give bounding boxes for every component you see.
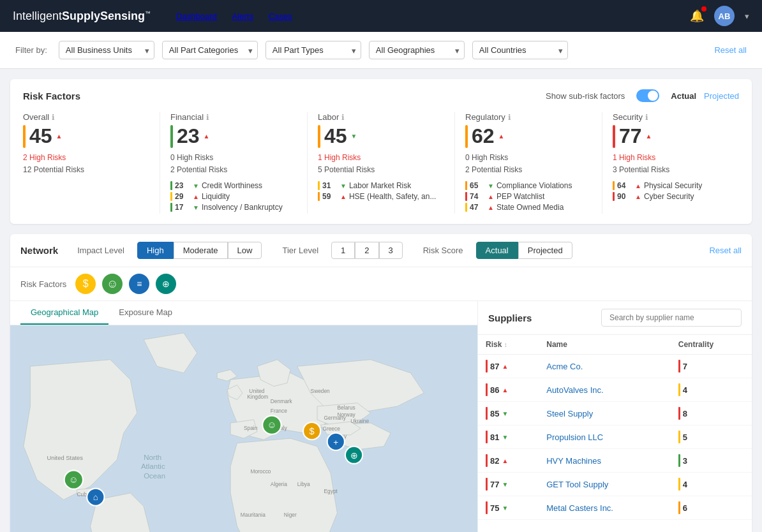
rf-col-regulatory: Regulatory ℹ 62 ▲ 0 High Risks 2 Potenti… [465,112,602,214]
map-pin-middle-east[interactable]: ⊕ [345,447,362,464]
map-pin-us-west[interactable]: ☺ [64,471,83,489]
state-owned-trend: ▲ [488,204,494,211]
svg-text:$: $ [310,426,315,436]
notifications-bell[interactable]: 🔔 [690,9,704,23]
part-types-wrap: All Part Types [265,41,361,59]
suppliers-title: Suppliers [488,313,532,323]
risk-score-actual-btn[interactable]: Actual [476,242,518,259]
risk-sort-icon[interactable]: ↕ [504,341,507,348]
rf-col-security-title: Security ℹ [613,112,739,122]
centrality-bar [678,431,680,443]
rf-col-financial: Financial ℹ 23 ▲ 0 High Risks 2 Potentia… [170,112,308,214]
hse-bar [318,192,320,201]
actual-link[interactable]: Actual [671,91,696,101]
supplier-risk-cell: 85 ▼ [478,402,539,425]
sub-physical-security: 64 ▲ Physical Security [613,181,739,190]
labor-high-risks: 1 High Risks [318,152,444,164]
svg-text:Belarus: Belarus [337,405,355,411]
liquidity-bar [170,192,172,201]
sub-risk-toggle[interactable] [636,89,659,102]
insolvency-trend: ▼ [193,204,199,211]
network-reset-all[interactable]: Reset all [709,246,742,255]
impact-high-btn[interactable]: High [137,242,174,259]
user-menu-arrow[interactable]: ▾ [745,11,749,21]
sub-insolvency: 17 ▼ Insolvency / Bankruptcy [170,203,297,212]
risk-value: 87 [490,362,499,371]
security-factor-icon[interactable]: ⊕ [156,274,176,294]
rf-col-security: Security ℹ 77 ▲ 1 High Risks 3 Potential… [613,112,739,214]
map-pin-east-europe[interactable]: $ [303,422,320,440]
risk-trend: ▼ [502,481,508,488]
financial-info-icon[interactable]: ℹ [206,113,209,122]
map-pin-europe-central[interactable]: ☺ [262,416,281,434]
table-row[interactable]: 87 ▲ Acme Co. 7 [478,355,752,378]
suppliers-header: Suppliers [478,301,752,335]
risk-bar [486,407,488,420]
rf-controls: Show sub-risk factors Actual Projected [546,89,739,102]
credit-trend: ▼ [193,182,199,189]
risk-value: 86 [490,385,499,395]
financial-factor-icon[interactable]: $ [75,274,96,294]
security-info-icon[interactable]: ℹ [645,113,648,122]
svg-text:Greece: Greece [322,425,340,432]
impact-low-btn[interactable]: Low [228,242,262,259]
svg-text:Morocco: Morocco [250,468,271,475]
svg-text:Denmark: Denmark [271,398,293,404]
regulatory-factor-icon[interactable]: ≡ [129,274,149,294]
part-types-select[interactable]: All Part Types [265,41,361,59]
tier-3-btn[interactable]: 3 [379,242,403,259]
supplier-risk-cell: 75 ▼ [478,496,539,520]
centrality-bar [678,360,680,373]
supplier-name-cell: Metal Casters Inc. [539,496,671,520]
overall-score-bar [23,125,26,148]
col-name-header: Name [539,335,671,355]
centrality-bar [678,454,680,467]
security-trend: ▲ [646,133,652,140]
nav-dashboard[interactable]: Dashboard [176,11,217,21]
table-row[interactable]: 86 ▲ AutoValves Inc. 4 [478,378,752,402]
centrality-value: 6 [683,503,687,513]
centrality-value: 4 [683,385,687,395]
supplier-risk-cell: 82 ▲ [478,449,539,473]
rf-header: Risk Factors Show sub-risk factors Actua… [23,89,739,102]
nav-cases[interactable]: Cases [269,11,292,21]
tab-geographical-map[interactable]: Geographical Map [20,301,108,325]
impact-moderate-btn[interactable]: Moderate [174,242,228,259]
impact-btn-group: High Moderate Low [137,242,262,259]
projected-link[interactable]: Projected [704,91,739,101]
labor-info-icon[interactable]: ℹ [341,113,345,122]
countries-select[interactable]: All Countries [472,41,568,59]
supplier-search-input[interactable] [601,309,742,327]
financial-trend: ▲ [204,133,210,140]
world-map-svg: North Atlantic Ocean [10,325,477,532]
table-row[interactable]: 81 ▼ Propulsion LLC 5 [478,425,752,449]
insolvency-bar [170,203,172,212]
map-pin-us-east[interactable]: ⌂ [87,489,104,506]
part-categories-select[interactable]: All Part Categories [162,41,258,59]
risk-score-projected-btn[interactable]: Projected [518,242,572,259]
labor-factor-icon[interactable]: ☺ [102,274,123,294]
filter-bar: Filter by: All Business Units All Part C… [0,32,762,69]
map-pin-turkey[interactable]: + [327,433,345,450]
tab-exposure-map[interactable]: Exposure Map [108,301,183,325]
suppliers-table: Risk ↕ Name Centrality 87 ▲ [478,335,752,532]
table-row[interactable]: 77 ▼ GET Tool Supply 4 [478,473,752,496]
business-units-select[interactable]: All Business Units [59,41,154,59]
table-row[interactable]: 85 ▼ Steel Supply 8 [478,402,752,425]
network-section: Network Impact Level High Moderate Low T… [10,234,752,532]
regulatory-info-icon[interactable]: ℹ [508,113,511,122]
svg-text:France: France [271,408,287,415]
tier-1-btn[interactable]: 1 [331,242,355,259]
supplier-name-cell: AutoValves Inc. [539,378,671,402]
risk-value: 75 [490,503,499,513]
nav-alerts[interactable]: Alerts [232,11,253,21]
filter-reset-all[interactable]: Reset all [714,45,747,55]
table-row[interactable]: 75 ▼ Metal Casters Inc. 6 [478,496,752,520]
overall-info-icon[interactable]: ℹ [52,113,55,122]
geographies-select[interactable]: All Geographies [369,41,465,59]
svg-text:United States: United States [47,454,84,461]
supplier-centrality-cell: 4 [671,473,752,496]
table-row[interactable]: 82 ▲ HVY Machines 3 [478,449,752,473]
user-avatar[interactable]: AB [714,6,735,26]
tier-2-btn[interactable]: 2 [355,242,378,259]
